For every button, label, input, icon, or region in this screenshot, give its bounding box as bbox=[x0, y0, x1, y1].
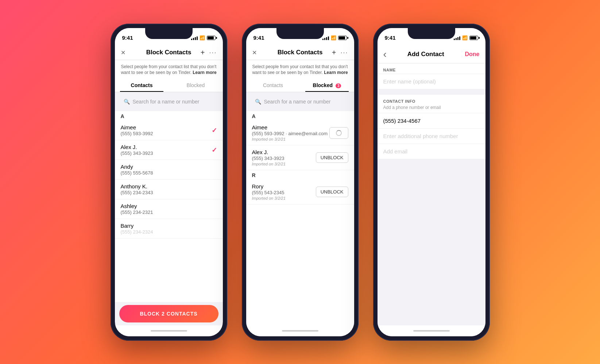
signal-icon-2 bbox=[322, 36, 329, 40]
wifi-icon-3: 📶 bbox=[462, 35, 468, 40]
search-icon-2: 🔍 bbox=[255, 99, 261, 105]
search-bar-1[interactable]: 🔍 Search for a name or number bbox=[119, 96, 218, 107]
contact-alexj-1[interactable]: Alex J. (555) 343-3923 ✓ bbox=[115, 140, 223, 160]
close-icon-2[interactable]: ✕ bbox=[252, 49, 257, 56]
tab-contacts-1[interactable]: Contacts bbox=[115, 79, 169, 92]
home-indicator-1 bbox=[115, 325, 223, 336]
email-input[interactable]: Add email bbox=[378, 144, 485, 159]
contact-rory-2[interactable]: Rory (555) 543-2345 Imported on 3/2/21 U… bbox=[246, 180, 354, 204]
wifi-icon-2: 📶 bbox=[331, 35, 336, 40]
search-bar-2[interactable]: 🔍 Search for a name or number bbox=[251, 96, 350, 107]
spinner-icon bbox=[336, 130, 342, 136]
status-icons-2: 📶 bbox=[322, 35, 347, 40]
section-header-a-2: A bbox=[246, 111, 354, 121]
contact-andy-1[interactable]: Andy (555) 555-5678 bbox=[115, 160, 223, 180]
battery-icon-2 bbox=[338, 36, 347, 40]
nav-bar-2: ✕ Block Contacts + ··· bbox=[246, 44, 354, 60]
search-placeholder-2: Search for a name or number bbox=[264, 99, 331, 105]
add-contact-nav: ‹ Add Contact Done bbox=[378, 44, 485, 63]
status-icons-1: 📶 bbox=[191, 35, 216, 40]
tab-contacts-2[interactable]: Contacts bbox=[246, 79, 300, 92]
search-icon-1: 🔍 bbox=[124, 99, 130, 105]
dots-icon-1[interactable]: ··· bbox=[209, 49, 217, 56]
tab-blocked-1[interactable]: Blocked bbox=[169, 79, 223, 92]
add-contact-title: Add Contact bbox=[407, 51, 444, 58]
contact-info-sublabel: Add a phone number or email bbox=[378, 105, 485, 113]
notch-2 bbox=[276, 28, 324, 39]
contact-list-2: A Aimee (555) 593-3992 · aimee@email.com… bbox=[246, 111, 354, 325]
home-indicator-2 bbox=[246, 325, 354, 336]
contact-list-1: A Aimee (555) 593-3992 ✓ Alex J. (555) 3… bbox=[115, 111, 223, 302]
home-indicator-3 bbox=[378, 325, 485, 336]
contact-alexj-2[interactable]: Alex J. (555) 343-3923 Imported on 3/2/2… bbox=[246, 145, 354, 170]
learn-more-link-2[interactable]: Learn more bbox=[324, 70, 348, 75]
search-placeholder-1: Search for a name or number bbox=[133, 99, 200, 105]
time-3: 9:41 bbox=[385, 35, 396, 41]
contact-info-label: CONTACT INFO bbox=[378, 95, 485, 105]
contact-info-section: CONTACT INFO Add a phone number or email… bbox=[378, 95, 485, 159]
section-header-r-2: R bbox=[246, 170, 354, 180]
name-section: NAME Enter name (optional) bbox=[378, 63, 485, 89]
section-header-a-1: A bbox=[115, 111, 223, 121]
notch-1 bbox=[145, 28, 193, 39]
phone-3: 9:41 📶 ‹ Add Contact Done bbox=[373, 24, 490, 341]
signal-icon-3 bbox=[454, 36, 460, 40]
contact-ashley-1[interactable]: Ashley (555) 234-2321 bbox=[115, 199, 223, 219]
dots-icon-2[interactable]: ··· bbox=[340, 49, 348, 56]
description-1: Select people from your contact list tha… bbox=[115, 60, 223, 79]
contact-aimee-1[interactable]: Aimee (555) 593-3992 ✓ bbox=[115, 121, 223, 140]
description-2: Select people from your contact list tha… bbox=[246, 60, 354, 79]
tabs-1: Contacts Blocked bbox=[115, 79, 223, 92]
phone-2: 9:41 📶 ✕ Block Contacts + bbox=[242, 24, 359, 341]
back-button[interactable]: ‹ bbox=[383, 48, 387, 60]
plus-icon-2[interactable]: + bbox=[332, 48, 336, 57]
block-contacts-button-1[interactable]: BLOCK 2 CONTACTS bbox=[119, 305, 218, 322]
name-label: NAME bbox=[378, 63, 485, 74]
additional-phone-input[interactable]: Enter additional phone number bbox=[378, 128, 485, 144]
tabs-2: Contacts Blocked 3 bbox=[246, 79, 354, 92]
battery-icon-3 bbox=[469, 36, 478, 40]
form-divider-1 bbox=[378, 92, 485, 95]
battery-icon-1 bbox=[207, 36, 216, 40]
unblock-button-rory[interactable]: UNBLOCK bbox=[316, 187, 348, 197]
check-icon-aimee-1: ✓ bbox=[212, 126, 217, 134]
time-2: 9:41 bbox=[253, 35, 264, 41]
phone-number-input[interactable]: (555) 234-4567 bbox=[378, 113, 485, 128]
loading-spinner-aimee bbox=[329, 127, 348, 139]
time-1: 9:41 bbox=[122, 35, 133, 41]
plus-icon-1[interactable]: + bbox=[201, 48, 205, 57]
contact-barry-1[interactable]: Barry (555) 234-2324 bbox=[115, 219, 223, 239]
nav-title-1: Block Contacts bbox=[146, 49, 191, 56]
tab-blocked-2[interactable]: Blocked 3 bbox=[300, 79, 354, 92]
nav-bar-1: ✕ Block Contacts + ··· bbox=[115, 44, 223, 60]
name-input[interactable]: Enter name (optional) bbox=[378, 74, 485, 89]
unblock-button-alexj[interactable]: UNBLOCK bbox=[316, 152, 348, 163]
wifi-icon-1: 📶 bbox=[200, 35, 205, 40]
notch-3 bbox=[408, 28, 455, 39]
phone-1: 9:41 📶 ✕ Block Contacts + bbox=[111, 24, 227, 341]
status-icons-3: 📶 bbox=[454, 35, 478, 40]
contact-aimee-2[interactable]: Aimee (555) 593-3992 · aimee@email.com I… bbox=[246, 121, 354, 145]
close-icon-1[interactable]: ✕ bbox=[121, 49, 125, 56]
signal-icon-1 bbox=[191, 36, 198, 40]
learn-more-link-1[interactable]: Learn more bbox=[193, 70, 216, 75]
nav-title-2: Block Contacts bbox=[278, 49, 323, 56]
check-icon-alexj-1: ✓ bbox=[212, 146, 217, 154]
done-button[interactable]: Done bbox=[465, 51, 480, 58]
contact-anthonyk-1[interactable]: Anthony K. (555) 234-2343 bbox=[115, 180, 223, 199]
blocked-badge-2: 3 bbox=[336, 83, 341, 88]
